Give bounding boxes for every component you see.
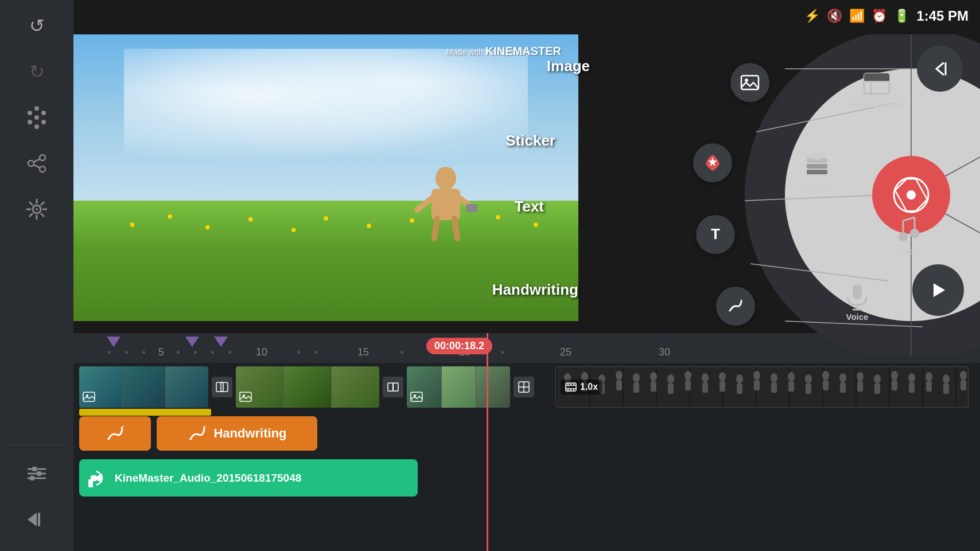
image-menu-item[interactable] (730, 63, 769, 102)
svg-point-135 (891, 371, 898, 380)
time-indicator-line (487, 333, 488, 551)
audio-track: KineMaster_Audio_20150618175048 (79, 459, 418, 497)
film-clip[interactable]: 1.0x (555, 366, 969, 408)
svg-point-103 (616, 371, 623, 380)
svg-point-35 (324, 216, 328, 221)
svg-rect-104 (616, 380, 622, 390)
alarm-icon: ⏰ (872, 9, 887, 24)
audio-menu-item[interactable]: Audio (894, 215, 924, 256)
play-button[interactable] (912, 264, 964, 316)
svg-rect-128 (823, 380, 829, 390)
svg-rect-108 (651, 381, 656, 392)
svg-point-4 (41, 120, 46, 124)
svg-point-3 (28, 120, 32, 124)
svg-rect-112 (685, 380, 691, 390)
undo-button[interactable]: ↺ (17, 6, 57, 46)
svg-point-133 (874, 374, 881, 384)
film-track: 1.0x (555, 366, 969, 408)
svg-line-10 (34, 159, 40, 162)
video-clip-2[interactable] (236, 366, 379, 408)
video-clip-1[interactable] (79, 366, 208, 408)
transition-3[interactable] (514, 377, 534, 397)
bluetooth-icon: ⚡ (804, 9, 820, 24)
wifi-icon: 📶 (849, 9, 865, 24)
handwriting-track: Handwriting (79, 416, 317, 451)
svg-point-125 (805, 374, 812, 384)
svg-point-109 (667, 374, 674, 384)
svg-line-46 (454, 218, 457, 239)
svg-marker-28 (28, 513, 37, 526)
svg-point-63 (745, 79, 748, 82)
svg-point-117 (736, 374, 743, 384)
audio-clip[interactable]: KineMaster_Audio_20150618175048 (79, 459, 418, 497)
text-menu-item[interactable]: T (696, 215, 735, 254)
svg-point-131 (857, 372, 864, 381)
mute-icon: 🔇 (827, 9, 842, 24)
video-track (79, 366, 534, 408)
video-clip-3[interactable] (407, 366, 510, 408)
svg-rect-120 (754, 380, 760, 390)
ruler-mark-25: 25 (560, 346, 571, 358)
handwriting-clip-1[interactable] (79, 416, 151, 451)
media-browser-menu-item[interactable]: Media Browser (842, 69, 911, 110)
svg-point-137 (908, 373, 915, 382)
svg-rect-132 (857, 381, 863, 392)
svg-point-61 (907, 190, 916, 200)
adjust-button[interactable] (17, 454, 57, 494)
svg-line-11 (34, 165, 40, 168)
share-button[interactable] (17, 143, 57, 183)
svg-point-41 (435, 167, 456, 190)
sticker-menu-item[interactable] (693, 143, 732, 182)
svg-point-40 (534, 222, 538, 227)
watermark: Made with KINEMASTER (446, 45, 561, 58)
svg-line-18 (29, 202, 33, 205)
svg-line-43 (417, 198, 431, 210)
svg-rect-140 (926, 381, 932, 392)
transition-1[interactable] (212, 377, 232, 397)
handwriting-clip-2[interactable]: Handwriting (157, 416, 317, 451)
audio-label: KineMaster_Audio_20150618175048 (115, 472, 301, 484)
svg-point-0 (34, 115, 39, 120)
ruler-mark-15: 15 (357, 346, 369, 358)
svg-point-129 (839, 373, 846, 382)
svg-point-143 (960, 371, 967, 380)
svg-rect-142 (943, 384, 949, 394)
svg-point-119 (753, 371, 760, 380)
status-time: 1:45 PM (916, 8, 969, 24)
current-time: 00:00:18.2 (426, 338, 492, 354)
svg-rect-29 (38, 513, 40, 526)
svg-line-45 (434, 218, 437, 239)
svg-rect-106 (633, 382, 639, 393)
svg-rect-89 (388, 383, 393, 391)
svg-rect-27 (30, 476, 34, 480)
svg-point-37 (410, 218, 414, 223)
handwriting-label-clip: Handwriting (213, 426, 286, 441)
svg-rect-25 (32, 467, 37, 471)
voice-menu-item[interactable]: Voice (842, 281, 872, 322)
sidebar-divider (7, 444, 66, 445)
svg-point-141 (943, 374, 950, 384)
svg-point-8 (28, 161, 34, 166)
svg-rect-116 (720, 381, 725, 392)
svg-rect-122 (771, 382, 777, 393)
preview-area: Made with KINEMASTER (73, 34, 578, 321)
back-button[interactable] (917, 46, 963, 92)
svg-marker-82 (934, 283, 945, 297)
handwriting-menu-item[interactable] (716, 287, 755, 326)
redo-button[interactable]: ↻ (17, 52, 57, 92)
svg-rect-67 (807, 170, 827, 174)
layer-menu-item[interactable]: Layer (802, 149, 832, 190)
settings-button[interactable] (17, 189, 57, 229)
effects-button[interactable] (17, 97, 57, 138)
svg-point-9 (40, 166, 45, 172)
svg-point-30 (130, 222, 135, 227)
ruler-mark-5: 5 (158, 346, 164, 358)
svg-rect-78 (853, 284, 862, 299)
svg-point-139 (925, 372, 932, 381)
rewind-button[interactable] (17, 499, 57, 540)
svg-rect-90 (393, 383, 398, 391)
transition-2[interactable] (383, 377, 403, 397)
svg-point-31 (168, 214, 172, 219)
svg-point-105 (633, 373, 640, 382)
svg-point-32 (205, 225, 210, 230)
